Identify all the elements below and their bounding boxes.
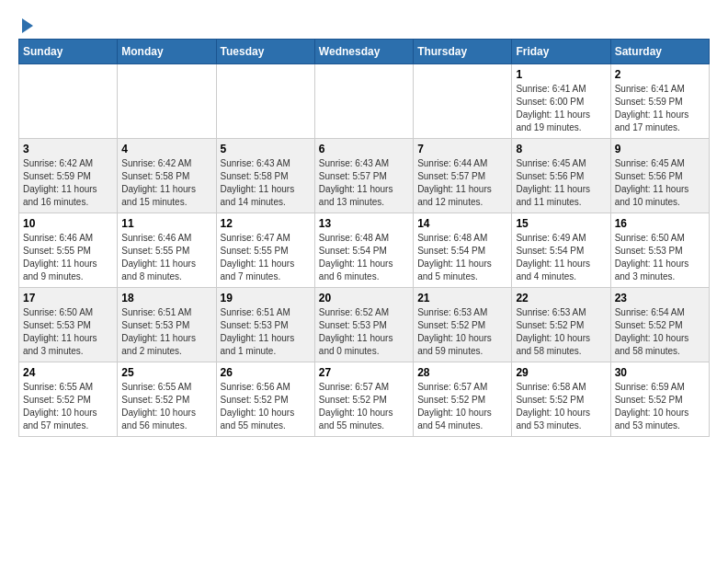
calendar-week-row: 3Sunrise: 6:42 AM Sunset: 5:59 PM Daylig… <box>19 139 710 213</box>
calendar-cell: 27Sunrise: 6:57 AM Sunset: 5:52 PM Dayli… <box>314 362 413 437</box>
weekday-header: Monday <box>118 40 216 64</box>
calendar-cell <box>314 64 413 139</box>
day-number: 8 <box>516 143 606 155</box>
calendar-cell: 26Sunrise: 6:56 AM Sunset: 5:52 PM Dayli… <box>216 362 314 437</box>
day-number: 13 <box>319 217 409 230</box>
day-info: Sunrise: 6:50 AM Sunset: 5:53 PM Dayligh… <box>23 306 113 358</box>
calendar-cell: 14Sunrise: 6:48 AM Sunset: 5:54 PM Dayli… <box>414 213 512 288</box>
calendar-cell: 6Sunrise: 6:43 AM Sunset: 5:57 PM Daylig… <box>314 139 413 213</box>
calendar-week-row: 24Sunrise: 6:55 AM Sunset: 5:52 PM Dayli… <box>19 362 710 437</box>
weekday-header: Saturday <box>610 40 709 64</box>
calendar-cell: 28Sunrise: 6:57 AM Sunset: 5:52 PM Dayli… <box>414 362 512 437</box>
calendar-cell: 17Sunrise: 6:50 AM Sunset: 5:53 PM Dayli… <box>19 288 118 362</box>
day-info: Sunrise: 6:57 AM Sunset: 5:52 PM Dayligh… <box>417 381 507 432</box>
day-number: 17 <box>23 292 113 304</box>
day-number: 16 <box>615 217 705 230</box>
day-info: Sunrise: 6:46 AM Sunset: 5:55 PM Dayligh… <box>121 232 211 283</box>
day-info: Sunrise: 6:54 AM Sunset: 5:52 PM Dayligh… <box>615 306 705 358</box>
calendar-cell: 1Sunrise: 6:41 AM Sunset: 6:00 PM Daylig… <box>512 64 610 139</box>
weekday-header: Thursday <box>414 40 512 64</box>
calendar-cell: 10Sunrise: 6:46 AM Sunset: 5:55 PM Dayli… <box>19 213 118 288</box>
day-number: 27 <box>319 366 409 379</box>
day-number: 22 <box>516 292 606 304</box>
day-info: Sunrise: 6:48 AM Sunset: 5:54 PM Dayligh… <box>319 232 409 283</box>
day-number: 11 <box>121 217 211 230</box>
calendar-cell: 3Sunrise: 6:42 AM Sunset: 5:59 PM Daylig… <box>19 139 118 213</box>
day-info: Sunrise: 6:48 AM Sunset: 5:54 PM Dayligh… <box>417 232 507 283</box>
calendar-cell: 23Sunrise: 6:54 AM Sunset: 5:52 PM Dayli… <box>610 288 709 362</box>
calendar-cell: 5Sunrise: 6:43 AM Sunset: 5:58 PM Daylig… <box>216 139 314 213</box>
calendar-header-row: SundayMondayTuesdayWednesdayThursdayFrid… <box>19 40 710 64</box>
day-info: Sunrise: 6:50 AM Sunset: 5:53 PM Dayligh… <box>615 232 705 283</box>
calendar-cell: 9Sunrise: 6:45 AM Sunset: 5:56 PM Daylig… <box>610 139 709 213</box>
calendar-cell: 21Sunrise: 6:53 AM Sunset: 5:52 PM Dayli… <box>414 288 512 362</box>
weekday-header: Sunday <box>19 40 118 64</box>
calendar-cell: 22Sunrise: 6:53 AM Sunset: 5:52 PM Dayli… <box>512 288 610 362</box>
day-number: 24 <box>23 366 113 379</box>
calendar-cell: 11Sunrise: 6:46 AM Sunset: 5:55 PM Dayli… <box>118 213 216 288</box>
day-info: Sunrise: 6:58 AM Sunset: 5:52 PM Dayligh… <box>516 381 606 432</box>
day-number: 1 <box>516 68 606 81</box>
day-info: Sunrise: 6:41 AM Sunset: 5:59 PM Dayligh… <box>615 83 705 134</box>
calendar-cell: 25Sunrise: 6:55 AM Sunset: 5:52 PM Dayli… <box>118 362 216 437</box>
day-info: Sunrise: 6:42 AM Sunset: 5:59 PM Dayligh… <box>23 157 113 209</box>
calendar-cell: 15Sunrise: 6:49 AM Sunset: 5:54 PM Dayli… <box>512 213 610 288</box>
day-number: 2 <box>615 68 705 81</box>
weekday-header: Wednesday <box>314 40 413 64</box>
day-number: 26 <box>221 366 311 379</box>
day-info: Sunrise: 6:43 AM Sunset: 5:58 PM Dayligh… <box>221 157 311 209</box>
calendar-cell: 19Sunrise: 6:51 AM Sunset: 5:53 PM Dayli… <box>216 288 314 362</box>
calendar-week-row: 17Sunrise: 6:50 AM Sunset: 5:53 PM Dayli… <box>19 288 710 362</box>
logo-arrow-icon <box>22 18 33 33</box>
day-info: Sunrise: 6:44 AM Sunset: 5:57 PM Dayligh… <box>417 157 507 209</box>
calendar-cell: 4Sunrise: 6:42 AM Sunset: 5:58 PM Daylig… <box>118 139 216 213</box>
day-info: Sunrise: 6:53 AM Sunset: 5:52 PM Dayligh… <box>516 306 606 358</box>
logo <box>18 18 33 29</box>
day-number: 7 <box>417 143 507 155</box>
day-info: Sunrise: 6:53 AM Sunset: 5:52 PM Dayligh… <box>417 306 507 358</box>
calendar-cell: 16Sunrise: 6:50 AM Sunset: 5:53 PM Dayli… <box>610 213 709 288</box>
day-number: 6 <box>319 143 409 155</box>
day-number: 9 <box>615 143 705 155</box>
day-number: 18 <box>121 292 211 304</box>
day-info: Sunrise: 6:43 AM Sunset: 5:57 PM Dayligh… <box>319 157 409 209</box>
day-info: Sunrise: 6:49 AM Sunset: 5:54 PM Dayligh… <box>516 232 606 283</box>
calendar-cell <box>19 64 118 139</box>
weekday-header: Tuesday <box>216 40 314 64</box>
day-info: Sunrise: 6:51 AM Sunset: 5:53 PM Dayligh… <box>121 306 211 358</box>
calendar-cell: 13Sunrise: 6:48 AM Sunset: 5:54 PM Dayli… <box>314 213 413 288</box>
day-number: 28 <box>417 366 507 379</box>
day-number: 3 <box>23 143 113 155</box>
calendar-cell: 20Sunrise: 6:52 AM Sunset: 5:53 PM Dayli… <box>314 288 413 362</box>
day-number: 23 <box>615 292 705 304</box>
day-info: Sunrise: 6:42 AM Sunset: 5:58 PM Dayligh… <box>121 157 211 209</box>
calendar-week-row: 10Sunrise: 6:46 AM Sunset: 5:55 PM Dayli… <box>19 213 710 288</box>
calendar-cell <box>216 64 314 139</box>
day-info: Sunrise: 6:59 AM Sunset: 5:52 PM Dayligh… <box>615 381 705 432</box>
day-info: Sunrise: 6:45 AM Sunset: 5:56 PM Dayligh… <box>615 157 705 209</box>
day-number: 12 <box>221 217 311 230</box>
weekday-header: Friday <box>512 40 610 64</box>
day-info: Sunrise: 6:51 AM Sunset: 5:53 PM Dayligh… <box>221 306 311 358</box>
page-header <box>18 18 710 29</box>
calendar-week-row: 1Sunrise: 6:41 AM Sunset: 6:00 PM Daylig… <box>19 64 710 139</box>
day-number: 20 <box>319 292 409 304</box>
day-number: 21 <box>417 292 507 304</box>
calendar-cell: 18Sunrise: 6:51 AM Sunset: 5:53 PM Dayli… <box>118 288 216 362</box>
day-number: 25 <box>121 366 211 379</box>
calendar-table: SundayMondayTuesdayWednesdayThursdayFrid… <box>18 39 710 437</box>
calendar-cell <box>414 64 512 139</box>
day-number: 19 <box>221 292 311 304</box>
calendar-cell: 8Sunrise: 6:45 AM Sunset: 5:56 PM Daylig… <box>512 139 610 213</box>
day-info: Sunrise: 6:45 AM Sunset: 5:56 PM Dayligh… <box>516 157 606 209</box>
day-number: 5 <box>221 143 311 155</box>
day-number: 29 <box>516 366 606 379</box>
day-number: 4 <box>121 143 211 155</box>
day-number: 15 <box>516 217 606 230</box>
calendar-cell: 12Sunrise: 6:47 AM Sunset: 5:55 PM Dayli… <box>216 213 314 288</box>
calendar-cell <box>118 64 216 139</box>
day-number: 10 <box>23 217 113 230</box>
day-number: 30 <box>615 366 705 379</box>
day-info: Sunrise: 6:55 AM Sunset: 5:52 PM Dayligh… <box>121 381 211 432</box>
calendar-cell: 30Sunrise: 6:59 AM Sunset: 5:52 PM Dayli… <box>610 362 709 437</box>
